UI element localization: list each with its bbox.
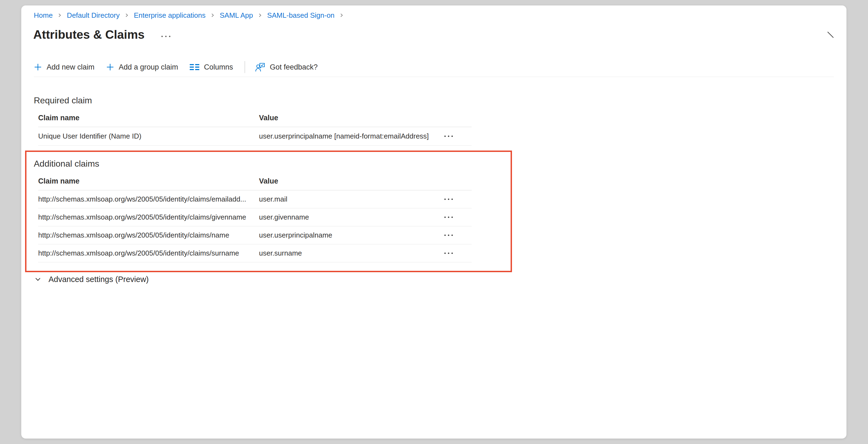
table-header-row: Claim name Value — [38, 172, 472, 190]
breadcrumb-link[interactable]: SAML-based Sign-on — [267, 11, 335, 19]
row-context-menu-button[interactable] — [442, 249, 456, 257]
got-feedback-button[interactable]: Got feedback? — [255, 62, 318, 72]
column-header-claim-name: Claim name — [38, 114, 259, 122]
more-options-icon[interactable] — [161, 36, 170, 37]
title-row: Attributes & Claims — [33, 27, 170, 42]
close-button[interactable] — [825, 29, 836, 41]
chevron-right-icon — [258, 13, 262, 18]
claim-value-cell: user.userprincipalname — [259, 231, 425, 239]
plus-icon — [34, 63, 42, 71]
row-context-menu-button[interactable] — [442, 231, 456, 239]
close-icon — [826, 31, 835, 39]
got-feedback-label: Got feedback? — [270, 63, 318, 71]
add-group-claim-button[interactable]: Add a group claim — [106, 63, 178, 71]
page-background: { "colors": { "background": "#d2d2d2", "… — [0, 0, 868, 444]
columns-icon — [189, 63, 199, 71]
claim-value-cell: user.givenname — [259, 213, 425, 221]
claim-value-cell: user.mail — [259, 195, 425, 203]
advanced-settings-toggle[interactable]: Advanced settings (Preview) — [34, 274, 149, 285]
columns-label: Columns — [204, 63, 233, 71]
column-header-claim-name: Claim name — [38, 177, 259, 185]
claim-name-cell: http://schemas.xmlsoap.org/ws/2005/05/id… — [38, 213, 259, 221]
claim-value-cell: user.surname — [259, 249, 425, 258]
breadcrumb-link[interactable]: Home — [34, 11, 53, 19]
add-new-claim-label: Add new claim — [46, 63, 95, 71]
row-context-menu-button[interactable] — [442, 132, 456, 140]
claim-name-cell: http://schemas.xmlsoap.org/ws/2005/05/id… — [38, 231, 259, 239]
table-header-row: Claim name Value — [38, 109, 472, 127]
breadcrumb-link[interactable]: Default Directory — [67, 11, 120, 19]
toolbar-divider — [245, 61, 245, 73]
command-bar: Add new claim Add a group claim — [34, 60, 329, 74]
claim-value-cell: user.userprincipalname [nameid-format:em… — [259, 132, 425, 141]
attributes-claims-panel: Home Default Directory Enterprise applic… — [21, 5, 846, 439]
claim-name-cell: http://schemas.xmlsoap.org/ws/2005/05/id… — [38, 195, 259, 203]
chevron-right-icon — [57, 13, 62, 18]
chevron-down-icon — [34, 275, 42, 284]
breadcrumb-link[interactable]: Enterprise applications — [134, 11, 206, 19]
advanced-settings-label: Advanced settings (Preview) — [49, 275, 149, 284]
breadcrumb: Home Default Directory Enterprise applic… — [34, 11, 349, 19]
feedback-icon — [255, 62, 265, 72]
claim-name-cell: Unique User Identifier (Name ID) — [38, 132, 259, 141]
table-row[interactable]: http://schemas.xmlsoap.org/ws/2005/05/id… — [38, 244, 472, 262]
required-claim-heading: Required claim — [34, 95, 92, 106]
column-header-value: Value — [259, 177, 425, 185]
additional-claims-rows: http://schemas.xmlsoap.org/ws/2005/05/id… — [38, 190, 472, 262]
add-new-claim-button[interactable]: Add new claim — [34, 63, 95, 71]
row-context-menu-button[interactable] — [442, 195, 456, 203]
toolbar-rule — [34, 77, 834, 77]
required-claim-rows: Unique User Identifier (Name ID) user.us… — [38, 127, 472, 146]
page-title: Attributes & Claims — [33, 27, 145, 42]
add-group-claim-label: Add a group claim — [119, 63, 178, 71]
additional-claims-table: Claim name Value http://schemas.xmlsoap.… — [38, 172, 472, 262]
columns-button[interactable]: Columns — [189, 63, 233, 71]
claim-name-cell: http://schemas.xmlsoap.org/ws/2005/05/id… — [38, 249, 259, 258]
breadcrumb-link[interactable]: SAML App — [220, 11, 253, 19]
additional-claims-heading: Additional claims — [34, 158, 99, 169]
table-row[interactable]: http://schemas.xmlsoap.org/ws/2005/05/id… — [38, 226, 472, 244]
chevron-right-icon — [339, 13, 344, 18]
column-header-value: Value — [259, 114, 425, 122]
plus-icon — [106, 63, 114, 71]
table-row[interactable]: http://schemas.xmlsoap.org/ws/2005/05/id… — [38, 190, 472, 208]
required-claim-table: Claim name Value Unique User Identifier … — [38, 109, 472, 146]
chevron-right-icon — [124, 13, 129, 18]
table-row[interactable]: Unique User Identifier (Name ID) user.us… — [38, 127, 472, 146]
table-row[interactable]: http://schemas.xmlsoap.org/ws/2005/05/id… — [38, 208, 472, 226]
chevron-right-icon — [210, 13, 215, 18]
row-context-menu-button[interactable] — [442, 213, 456, 221]
